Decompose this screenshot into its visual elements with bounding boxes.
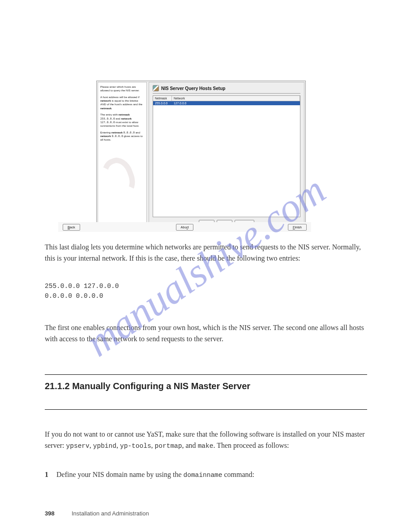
help-paragraph-2: A host address will be allowed if networ… — [100, 95, 144, 110]
page-number: 398 — [45, 510, 55, 517]
table-header-row: Netmask Network — [153, 96, 300, 101]
body-paragraph-1: This last dialog lets you determine whic… — [45, 242, 367, 264]
col-header-netmask[interactable]: Netmask — [153, 96, 172, 101]
col-header-network[interactable]: Network — [172, 96, 300, 101]
help-pane: Please enter which hosts are allowed to … — [98, 82, 147, 230]
nis-icon — [153, 85, 159, 91]
body-code-block: 255.0.0.0 127.0.0.0 0.0.0.0 0.0.0.0 — [45, 281, 367, 301]
step-number: 1 — [45, 469, 55, 481]
help-paragraph-1: Please enter which hosts are allowed to … — [100, 85, 144, 93]
hosts-table[interactable]: Netmask Network 255.0.0.0 127.0.0.0 — [153, 95, 300, 217]
code-line-1: 255.0.0.0 127.0.0.0 — [45, 281, 367, 291]
wizard-button-bar: Back Abort Finish — [58, 222, 311, 232]
body-paragraph-3: If you do not want to or cannot use YaST… — [45, 429, 367, 451]
table-row[interactable]: 255.0.0.0 127.0.0.0 — [153, 101, 300, 105]
dialog-title: NIS Server Query Hosts Setup — [161, 86, 225, 91]
dialog-main-area: Please enter which hosts are allowed to … — [97, 81, 305, 231]
footer-title: Installation and Administration — [72, 510, 149, 517]
help-paragraph-4: Entering netmask 0.0.0.0 and network 0.0… — [100, 131, 144, 142]
section-heading-21-1-2: 21.1.2 Manually Configuring a NIS Master… — [45, 374, 367, 410]
cell-network: 127.0.0.0 — [172, 101, 300, 105]
abort-button[interactable]: Abort — [176, 224, 194, 231]
dialog-window: Please enter which hosts are allowed to … — [96, 81, 306, 231]
finish-button[interactable]: Finish — [288, 224, 307, 231]
help-paragraph-3: The entry with netmask 255.0.0.0 and net… — [100, 113, 144, 128]
help-background-swirl — [97, 154, 140, 202]
content-pane: NIS Server Query Hosts Setup Netmask Net… — [149, 82, 304, 230]
cell-netmask: 255.0.0.0 — [153, 101, 172, 105]
back-button[interactable]: Back — [63, 224, 80, 231]
dialog-title-row: NIS Server Query Hosts Setup — [153, 85, 300, 94]
body-step-1: 1 Define your NIS domain name by using t… — [45, 469, 367, 481]
body-paragraph-2: The first one enables connections from y… — [45, 322, 367, 345]
code-line-2: 0.0.0.0 0.0.0.0 — [45, 291, 367, 301]
